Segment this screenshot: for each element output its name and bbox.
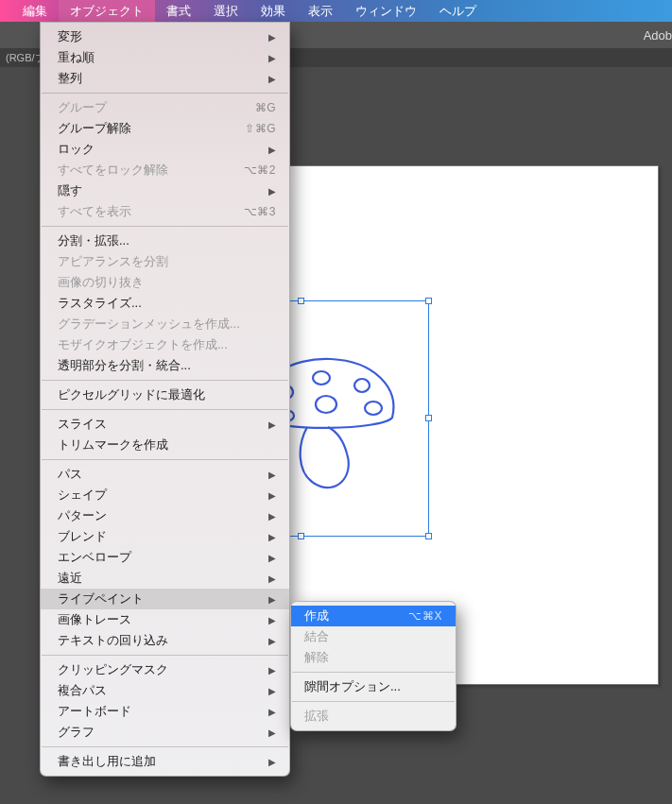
resize-handle-tm[interactable]: [298, 298, 304, 304]
menu-item-label: 作成: [304, 607, 329, 624]
menu-編集[interactable]: 編集: [11, 0, 59, 23]
submenu-arrow-icon: ▶: [268, 636, 276, 646]
menu-item-label: クリッピングマスク: [58, 661, 168, 678]
svg-point-4: [365, 402, 382, 415]
menu-item-label: 書き出し用に追加: [58, 753, 156, 770]
menu-item-label: ロック: [58, 141, 95, 158]
menu-item-重ね順[interactable]: 重ね順▶: [41, 47, 289, 68]
menu-item-label: すべてをロック解除: [58, 162, 168, 179]
menu-item-複合パス[interactable]: 複合パス▶: [41, 680, 289, 701]
menu-item-変形[interactable]: 変形▶: [41, 26, 289, 47]
resize-handle-br[interactable]: [425, 533, 432, 539]
menu-item-ピクセルグリッドに最適化[interactable]: ピクセルグリッドに最適化: [41, 385, 289, 405]
svg-point-2: [316, 396, 336, 413]
menu-item-すべてをロック解除: すべてをロック解除⌥⌘2: [41, 160, 289, 180]
menu-選択[interactable]: 選択: [202, 0, 250, 23]
menu-item-ラスタライズ...[interactable]: ラスタライズ...: [41, 293, 289, 314]
menu-item-label: ブレンド: [58, 528, 107, 545]
menu-item-アピアランスを分割: アピアランスを分割: [41, 251, 289, 272]
menu-separator: [42, 655, 288, 656]
menu-item-グラデーションメッシュを作成...: グラデーションメッシュを作成...: [41, 314, 289, 334]
menu-item-label: 解除: [304, 649, 329, 666]
menu-ウィンドウ[interactable]: ウィンドウ: [344, 0, 428, 23]
menu-item-グループ: グループ⌘G: [41, 97, 289, 118]
menu-item-label: 拡張: [304, 708, 329, 725]
menu-item-透明部分を分割・統合...[interactable]: 透明部分を分割・統合...: [41, 355, 289, 376]
menu-item-ライブペイント[interactable]: ライブペイント▶: [41, 589, 289, 609]
svg-point-3: [354, 379, 370, 392]
menu-item-label: 分割・拡張...: [58, 232, 129, 249]
menu-item-すべてを表示: すべてを表示⌥⌘3: [41, 201, 289, 222]
menu-item-label: テキストの回り込み: [58, 632, 168, 649]
menu-表示[interactable]: 表示: [297, 0, 344, 23]
menu-item-label: 重ね順: [58, 49, 95, 66]
menu-item-パス[interactable]: パス▶: [41, 464, 289, 485]
submenu-arrow-icon: ▶: [268, 686, 276, 696]
submenu-arrow-icon: ▶: [268, 186, 276, 197]
menu-item-label: 画像の切り抜き: [58, 274, 144, 291]
menu-item-グループ解除[interactable]: グループ解除⇧⌘G: [41, 118, 289, 139]
menu-ヘルプ[interactable]: ヘルプ: [428, 0, 488, 23]
menu-item-label: パターン: [58, 507, 107, 524]
menu-item-分割・拡張...[interactable]: 分割・拡張...: [41, 231, 289, 251]
submenu-item-作成[interactable]: 作成⌥⌘X: [291, 606, 456, 626]
menu-item-label: 隙間オプション...: [304, 678, 401, 695]
submenu-arrow-icon: ▶: [268, 665, 276, 676]
menu-item-画像の切り抜き: 画像の切り抜き: [41, 272, 289, 293]
submenu-arrow-icon: ▶: [268, 490, 276, 501]
submenu-arrow-icon: ▶: [268, 145, 276, 155]
menu-item-label: 遠近: [58, 570, 82, 587]
submenu-arrow-icon: ▶: [268, 757, 276, 767]
menu-separator: [42, 409, 288, 410]
submenu-arrow-icon: ▶: [268, 511, 276, 522]
submenu-arrow-icon: ▶: [268, 615, 276, 625]
menu-item-隠す[interactable]: 隠す▶: [41, 180, 289, 201]
menu-item-label: ライブペイント: [58, 590, 144, 607]
submenu-item-解除: 解除: [291, 647, 456, 668]
submenu-arrow-icon: ▶: [268, 532, 276, 542]
menu-オブジェクト[interactable]: オブジェクト: [59, 0, 155, 23]
menu-separator: [42, 746, 288, 747]
menu-item-書き出し用に追加[interactable]: 書き出し用に追加▶: [41, 751, 289, 772]
submenu-arrow-icon: ▶: [268, 707, 276, 717]
menu-shortcut: ⌥⌘3: [244, 205, 276, 218]
submenu-arrow-icon: ▶: [268, 594, 276, 605]
menu-item-トリムマークを作成[interactable]: トリムマークを作成: [41, 435, 289, 455]
menu-効果[interactable]: 効果: [250, 0, 297, 23]
menu-item-ブレンド[interactable]: ブレンド▶: [41, 526, 289, 547]
menu-item-画像トレース[interactable]: 画像トレース▶: [41, 609, 289, 630]
menu-item-シェイプ[interactable]: シェイプ▶: [41, 485, 289, 505]
menu-item-label: エンベロープ: [58, 549, 131, 566]
submenu-item-隙間オプション...[interactable]: 隙間オプション...: [291, 676, 456, 697]
resize-handle-tr[interactable]: [425, 298, 432, 304]
menu-separator: [42, 93, 288, 94]
resize-handle-mr[interactable]: [425, 415, 432, 421]
submenu-arrow-icon: ▶: [268, 32, 276, 43]
menu-item-整列[interactable]: 整列▶: [41, 68, 289, 89]
resize-handle-bm[interactable]: [298, 533, 304, 539]
svg-point-1: [313, 371, 330, 385]
menu-item-label: トリムマークを作成: [58, 436, 168, 453]
submenu-item-拡張: 拡張: [291, 706, 456, 727]
menu-item-テキストの回り込み[interactable]: テキストの回り込み▶: [41, 630, 289, 651]
menu-item-label: グラデーションメッシュを作成...: [58, 316, 240, 333]
menu-item-遠近[interactable]: 遠近▶: [41, 568, 289, 589]
menu-shortcut: ⇧⌘G: [245, 122, 276, 135]
menu-item-スライス[interactable]: スライス▶: [41, 414, 289, 435]
menu-item-label: ラスタライズ...: [58, 295, 142, 312]
menu-書式[interactable]: 書式: [155, 0, 202, 23]
menu-item-label: 画像トレース: [58, 611, 131, 628]
menu-item-アートボード[interactable]: アートボード▶: [41, 701, 289, 722]
menu-item-グラフ[interactable]: グラフ▶: [41, 722, 289, 743]
menu-item-エンベロープ[interactable]: エンベロープ▶: [41, 547, 289, 568]
menu-item-パターン[interactable]: パターン▶: [41, 505, 289, 526]
menu-item-label: 複合パス: [58, 682, 107, 699]
menu-item-ロック[interactable]: ロック▶: [41, 139, 289, 160]
submenu-arrow-icon: ▶: [268, 419, 276, 430]
menu-item-クリッピングマスク[interactable]: クリッピングマスク▶: [41, 659, 289, 680]
menu-item-label: すべてを表示: [58, 203, 131, 220]
submenu-arrow-icon: ▶: [268, 53, 276, 63]
menu-item-label: アートボード: [58, 703, 131, 720]
menu-item-label: グループ: [58, 99, 107, 116]
menu-item-label: 隠す: [58, 182, 82, 199]
